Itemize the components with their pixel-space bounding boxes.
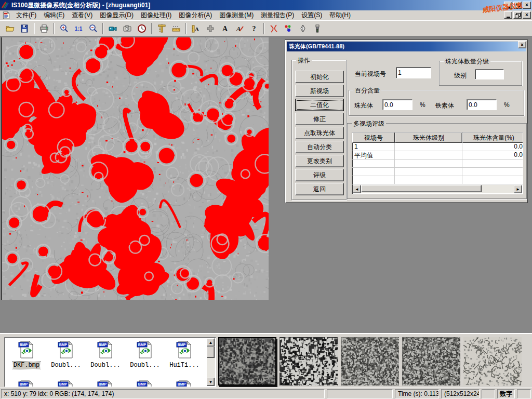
file-item-DKF.bmp[interactable]: BMPDKF.bmp: [8, 340, 45, 369]
toolbar-open-file-button[interactable]: [3, 22, 17, 35]
thumbnail-4[interactable]: [463, 337, 522, 385]
toolbar-measure-label-button[interactable]: A: [189, 22, 203, 35]
file-name[interactable]: Doubl...: [90, 362, 121, 369]
toolbar-help-button[interactable]: ?: [247, 22, 261, 35]
op-button-5[interactable]: 自动分类: [295, 141, 344, 153]
svg-text:BMP: BMP: [59, 343, 68, 347]
menu-item-5[interactable]: 图像分析(A): [175, 10, 216, 20]
zoom-out-icon: [88, 24, 98, 33]
toolbar-grid-tool-button[interactable]: [204, 22, 217, 35]
toolbar-pen-tool-button[interactable]: [296, 22, 310, 35]
child-close-button[interactable]: ×: [523, 11, 531, 19]
scroll-right-button[interactable]: ►: [514, 185, 522, 193]
dialog-title-bar[interactable]: 珠光体(GB/T9441-88): [287, 42, 526, 51]
table-header-0[interactable]: 视场号: [352, 132, 395, 143]
menu-item-7[interactable]: 测量报告(P): [257, 10, 298, 20]
child-minimize-button[interactable]: [504, 11, 512, 19]
thumbnail-0[interactable]: [218, 337, 276, 385]
op-button-1[interactable]: 新视场: [295, 85, 344, 97]
file-name[interactable]: Doubl...: [50, 362, 82, 369]
percent-group-label: 百分含量: [353, 86, 381, 95]
toolbar-actual-size-button[interactable]: 1:1: [72, 22, 85, 35]
operation-group: 操作 初始化新视场二值化修正点取珠光体自动分类更改类别评级返回: [291, 60, 347, 200]
table-row-1[interactable]: 平均值0.0: [352, 151, 523, 159]
scrollbar-thumb[interactable]: [207, 347, 215, 358]
menu-item-3[interactable]: 图像显示(D): [96, 10, 137, 20]
pearlite-percent-input[interactable]: [382, 99, 413, 110]
menu-item-8[interactable]: 设置(S): [298, 10, 326, 20]
table-header-1[interactable]: 珠光体级别: [395, 132, 462, 143]
toolbar-brush-tool-button[interactable]: [311, 22, 324, 35]
file-item-row2[interactable]: BMP: [166, 379, 203, 387]
document-icon: [2, 11, 10, 19]
op-button-0[interactable]: 初始化: [295, 71, 344, 83]
toolbar-annotate-button[interactable]: A: [233, 22, 246, 35]
menu-item-9[interactable]: 帮助(H): [326, 10, 354, 20]
file-item-row2[interactable]: BMP: [126, 379, 164, 387]
file-item-HuiTi...[interactable]: BMPHuiTi...: [166, 340, 203, 369]
toolbar-timer-button[interactable]: [135, 22, 149, 35]
op-button-8[interactable]: 返回: [295, 183, 344, 195]
toolbar-caliper-button[interactable]: [155, 22, 168, 35]
ferrite-percent-input[interactable]: [467, 99, 497, 110]
file-item-row2[interactable]: BMP: [47, 379, 85, 387]
file-name[interactable]: Doubl...: [129, 362, 161, 369]
minimize-button[interactable]: [504, 2, 512, 9]
child-restore-button[interactable]: [513, 11, 522, 19]
svg-text:BMP: BMP: [178, 343, 186, 347]
caliper-icon: [157, 24, 166, 33]
scroll-left-button[interactable]: ◄: [353, 185, 361, 193]
toolbar-snapshot-button[interactable]: [121, 22, 134, 35]
table-row-4[interactable]: [352, 176, 523, 184]
toolbar-video-capture-button[interactable]: [106, 22, 119, 35]
file-item-row2[interactable]: BMP: [8, 379, 45, 387]
file-name[interactable]: HuiTi...: [169, 362, 200, 369]
table-row-3[interactable]: [352, 168, 523, 176]
toolbar-separator: [34, 23, 35, 34]
op-button-7[interactable]: 评级: [295, 169, 344, 181]
thumbnail-3[interactable]: [402, 337, 460, 385]
scrollbar-thumb[interactable]: [361, 185, 482, 192]
toolbar-print-button[interactable]: [37, 22, 51, 35]
thumbnail-2[interactable]: [341, 337, 399, 385]
table-row-0[interactable]: 10.0: [352, 143, 523, 151]
multifield-table[interactable]: 视场号珠光体级别珠光体含量(%)铁素体含量(%) 10.0平均值0.0 ◄ ►: [352, 132, 523, 194]
close-button[interactable]: ×: [523, 2, 531, 9]
dialog-close-button[interactable]: ×: [518, 41, 526, 48]
op-button-4[interactable]: 点取珠光体: [295, 127, 344, 139]
file-item-Doubl...[interactable]: BMPDoubl...: [87, 340, 124, 369]
file-item-row2[interactable]: BMP: [87, 379, 124, 387]
toolbar-curve-tool-button[interactable]: [267, 22, 281, 35]
file-item-Doubl...[interactable]: BMPDoubl...: [47, 340, 85, 369]
file-name[interactable]: DKF.bmp: [13, 362, 40, 369]
micrograph-image[interactable]: [1, 37, 269, 300]
scroll-down-button[interactable]: ▼: [207, 378, 215, 386]
thumbnail-1[interactable]: [280, 337, 338, 385]
level-input[interactable]: [475, 69, 504, 79]
toolbar-save-button[interactable]: [18, 22, 31, 35]
annotate-icon: A: [235, 24, 244, 33]
menu-item-6[interactable]: 图像测量(M): [216, 10, 257, 20]
toolbar-text-tool-button[interactable]: A: [218, 22, 232, 35]
op-button-6[interactable]: 更改类别: [295, 155, 344, 167]
menu-item-0[interactable]: 文件(F): [12, 10, 40, 20]
status-bar: x: 510 y: 79 idx: 0 RGB: (174, 174, 174)…: [0, 388, 532, 399]
toolbar-ruler-button[interactable]: [169, 22, 183, 35]
op-button-3[interactable]: 修正: [295, 113, 344, 125]
menu-item-2[interactable]: 查看(V): [68, 10, 96, 20]
table-row-2[interactable]: [352, 159, 523, 168]
toolbar-phase-marker-button[interactable]: [282, 22, 295, 35]
scroll-up-button[interactable]: ▲: [207, 338, 215, 347]
toolbar-zoom-out-button[interactable]: [86, 22, 100, 35]
restore-button[interactable]: [513, 2, 522, 9]
file-item-Doubl...[interactable]: BMPDoubl...: [126, 340, 164, 369]
file-browser[interactable]: BMPDKF.bmpBMPDoubl...BMPDoubl...BMPDoubl…: [4, 337, 216, 387]
current-field-input[interactable]: [396, 67, 431, 78]
file-list-scrollbar[interactable]: ▲ ▼: [207, 338, 215, 386]
menu-item-1[interactable]: 编辑(E): [40, 10, 68, 20]
menu-item-4[interactable]: 图像处理(I): [137, 10, 175, 20]
table-horizontal-scrollbar[interactable]: ◄ ►: [353, 185, 522, 193]
toolbar-zoom-in-button[interactable]: [57, 22, 71, 35]
table-header-2[interactable]: 珠光体含量(%): [462, 132, 523, 143]
op-button-2[interactable]: 二值化: [295, 99, 344, 111]
